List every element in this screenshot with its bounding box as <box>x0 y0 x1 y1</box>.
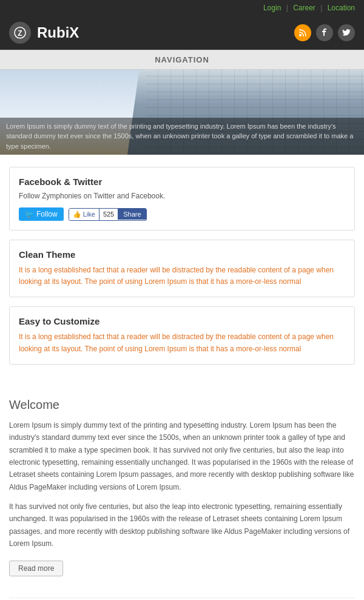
location-link[interactable]: Location <box>328 4 355 12</box>
fb-twitter-subtitle: Follow Zymphonies on Twitter and Faceboo… <box>19 192 345 200</box>
fb-thumbs-icon: 👍 <box>73 211 81 218</box>
twitter-icon[interactable] <box>338 24 355 41</box>
separator1: | <box>286 4 288 12</box>
clean-theme-widget: Clean Theme It is a long established fac… <box>9 240 355 297</box>
clean-theme-title: Clean Theme <box>19 249 345 260</box>
welcome-title: Welcome <box>9 398 355 412</box>
facebook-twitter-widget: Facebook & Twitter Follow Zymphonies on … <box>9 167 355 231</box>
fb-like-count: 525 <box>99 209 118 220</box>
facebook-icon[interactable] <box>316 24 333 41</box>
twitter-follow-label: Follow <box>36 210 58 218</box>
svg-text:Z: Z <box>18 29 22 38</box>
easy-customize-widget: Easy to Customize It is a long establish… <box>9 306 355 364</box>
hero-text: Lorem Ipsum is simply dummy text of the … <box>6 121 358 152</box>
logo-text: RubiX <box>37 24 79 41</box>
logo-area: Z RubiX <box>9 22 79 44</box>
fb-share-button[interactable]: Share <box>118 209 146 220</box>
login-divider <box>9 598 355 598</box>
login-link[interactable]: Login <box>263 4 281 12</box>
read-more-button[interactable]: Read more <box>9 561 63 576</box>
fb-like-label: Like <box>83 211 95 218</box>
welcome-section: Welcome Lorem Ipsum is simply dummy text… <box>0 386 364 588</box>
twitter-bird-icon: 🐦 <box>25 210 34 218</box>
user-login-section: User login Username * Password * <box>0 588 364 600</box>
header: Z RubiX <box>0 16 364 50</box>
clean-theme-body: It is a long established fact that a rea… <box>19 265 345 288</box>
fb-twitter-title: Facebook & Twitter <box>19 177 345 187</box>
navigation-label: NAVIGATION <box>155 55 209 64</box>
fb-like-button[interactable]: 👍 Like <box>69 209 99 220</box>
main-content: Facebook & Twitter Follow Zymphonies on … <box>0 155 364 600</box>
social-icons <box>294 24 355 41</box>
logo-icon: Z <box>9 22 31 44</box>
content-area: Facebook & Twitter Follow Zymphonies on … <box>0 155 364 386</box>
hero-image: Lorem Ipsum is simply dummy text of the … <box>0 70 364 155</box>
welcome-paragraph-2: It has survived not only five centuries,… <box>9 501 355 550</box>
welcome-p2-text: It has survived not only five centuries,… <box>9 502 349 548</box>
navigation-bar[interactable]: NAVIGATION <box>0 50 364 70</box>
top-bar: Login | Career | Location <box>0 0 364 16</box>
facebook-like-share-group: 👍 Like 525 Share <box>69 208 147 221</box>
career-link[interactable]: Career <box>293 4 315 12</box>
rss-icon[interactable] <box>294 24 311 41</box>
social-buttons-row: 🐦 Follow 👍 Like 525 Share <box>19 207 345 221</box>
welcome-paragraph-1: Lorem Ipsum is simply dummy text of the … <box>9 419 355 493</box>
hero-overlay: Lorem Ipsum is simply dummy text of the … <box>0 118 364 155</box>
separator2: | <box>320 4 322 12</box>
twitter-follow-button[interactable]: 🐦 Follow <box>19 207 64 221</box>
welcome-p1-text: Lorem Ipsum is simply dummy text of the … <box>9 421 354 491</box>
easy-customize-body: It is a long established fact that a rea… <box>19 331 345 354</box>
easy-customize-title: Easy to Customize <box>19 316 345 326</box>
svg-point-2 <box>299 34 302 36</box>
